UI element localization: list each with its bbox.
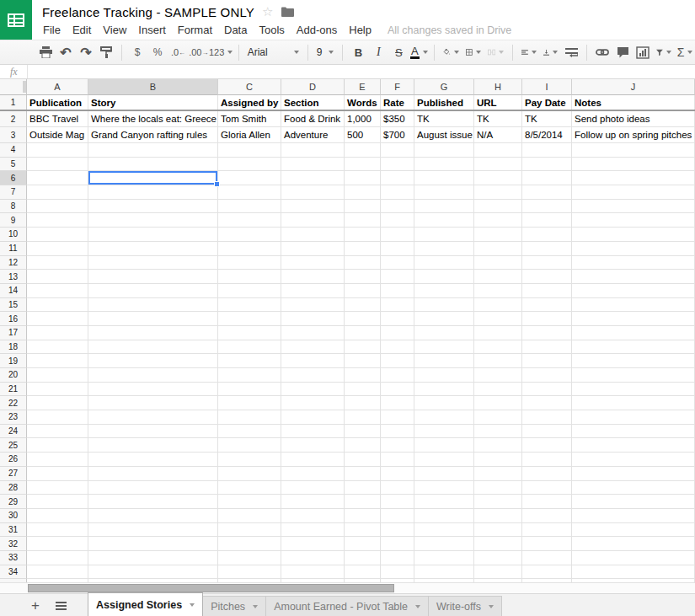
cell-C9[interactable] — [218, 213, 281, 228]
cell-C26[interactable] — [218, 453, 281, 467]
row-header-11[interactable]: 11 — [0, 242, 27, 256]
cell-H2[interactable]: TK — [474, 111, 522, 127]
row-header-7[interactable]: 7 — [0, 185, 27, 200]
row-header-34[interactable]: 34 — [0, 565, 27, 580]
row-header-8[interactable]: 8 — [0, 200, 27, 214]
folder-icon[interactable] — [281, 7, 294, 17]
sheet-tab-write-offs[interactable]: Write-offs — [429, 596, 502, 616]
cell-G5[interactable] — [414, 158, 474, 172]
cell-E2[interactable]: 1,000 — [345, 111, 381, 127]
cell-H17[interactable] — [474, 326, 522, 340]
row-header-29[interactable]: 29 — [0, 495, 27, 509]
cell-H27[interactable] — [474, 467, 522, 481]
cell-E21[interactable] — [345, 383, 381, 397]
cell-G13[interactable] — [414, 270, 474, 284]
cell-I22[interactable] — [522, 396, 572, 410]
cell-I20[interactable] — [522, 368, 572, 383]
cell-E22[interactable] — [345, 396, 381, 410]
cell-E16[interactable] — [345, 312, 381, 326]
cell-G20[interactable] — [414, 368, 474, 383]
cell-G21[interactable] — [414, 383, 474, 397]
cell-J30[interactable] — [572, 509, 695, 523]
insert-chart-button[interactable] — [634, 42, 652, 62]
cell-F32[interactable] — [381, 537, 414, 551]
cell-G6[interactable] — [414, 171, 474, 185]
cell-C22[interactable] — [218, 396, 281, 410]
cell-A16[interactable] — [27, 312, 88, 326]
menu-file[interactable]: File — [37, 22, 67, 38]
cell-C25[interactable] — [218, 438, 281, 453]
row-header-20[interactable]: 20 — [0, 368, 27, 383]
cell-H11[interactable] — [474, 242, 522, 256]
cell-B31[interactable] — [88, 523, 218, 538]
cell-I6[interactable] — [522, 171, 572, 185]
cell-G14[interactable] — [414, 284, 474, 298]
horizontal-align-button[interactable] — [519, 42, 539, 62]
cell-F9[interactable] — [381, 213, 414, 228]
cell-F21[interactable] — [381, 383, 414, 397]
cell-F19[interactable] — [381, 354, 414, 368]
cell-B6[interactable] — [88, 171, 218, 185]
redo-button[interactable]: ↷ — [77, 42, 95, 62]
column-header-c[interactable]: C — [218, 79, 281, 95]
cell-J18[interactable] — [572, 340, 695, 355]
cell-I3[interactable]: 8/5/2014 — [522, 127, 572, 143]
cell-J34[interactable] — [572, 565, 695, 580]
cell-H3[interactable]: N/A — [474, 127, 522, 143]
cell-H22[interactable] — [474, 396, 522, 410]
format-currency-button[interactable]: $ — [128, 42, 147, 62]
cell-I28[interactable] — [522, 481, 572, 495]
cell-A19[interactable] — [27, 354, 88, 368]
cell-A10[interactable] — [27, 228, 88, 242]
cell-I25[interactable] — [522, 438, 572, 453]
cell-H18[interactable] — [474, 340, 522, 355]
cell-H1[interactable]: URL — [474, 95, 522, 110]
cell-F17[interactable] — [381, 326, 414, 340]
cell-F24[interactable] — [381, 425, 414, 439]
cell-A8[interactable] — [27, 200, 88, 214]
menu-data[interactable]: Data — [218, 22, 253, 38]
cell-B5[interactable] — [88, 158, 218, 172]
cell-I32[interactable] — [522, 537, 572, 551]
row-header-31[interactable]: 31 — [0, 523, 27, 538]
cell-E1[interactable]: Words — [345, 95, 381, 110]
cell-J13[interactable] — [572, 270, 695, 284]
chevron-down-icon[interactable] — [190, 603, 195, 607]
cell-H25[interactable] — [474, 438, 522, 453]
cell-D27[interactable] — [281, 467, 345, 481]
cell-C24[interactable] — [218, 425, 281, 439]
cell-F5[interactable] — [381, 158, 414, 172]
cell-F13[interactable] — [381, 270, 414, 284]
cell-C33[interactable] — [218, 551, 281, 565]
format-percent-button[interactable]: % — [148, 42, 167, 62]
menu-view[interactable]: View — [97, 22, 132, 38]
cell-C23[interactable] — [218, 410, 281, 425]
row-header-16[interactable]: 16 — [0, 312, 27, 326]
cell-C8[interactable] — [218, 200, 281, 214]
cell-F2[interactable]: $350 — [381, 111, 414, 127]
insert-comment-button[interactable] — [613, 42, 632, 62]
cell-H31[interactable] — [474, 523, 522, 538]
cell-H12[interactable] — [474, 256, 522, 271]
row-header-15[interactable]: 15 — [0, 298, 27, 313]
cell-I9[interactable] — [522, 213, 572, 228]
row-header-33[interactable]: 33 — [0, 551, 27, 565]
cell-C30[interactable] — [218, 509, 281, 523]
cell-C21[interactable] — [218, 383, 281, 397]
cell-J27[interactable] — [572, 467, 695, 481]
cell-I27[interactable] — [522, 467, 572, 481]
text-color-button[interactable]: A — [409, 42, 428, 62]
cell-E18[interactable] — [345, 340, 381, 355]
cell-H21[interactable] — [474, 383, 522, 397]
fill-color-button[interactable] — [441, 42, 462, 62]
cell-F11[interactable] — [381, 242, 414, 256]
cell-J26[interactable] — [572, 453, 695, 467]
row-header-27[interactable]: 27 — [0, 467, 27, 481]
row-header-9[interactable]: 9 — [0, 213, 27, 228]
cell-C20[interactable] — [218, 368, 281, 383]
borders-button[interactable] — [463, 42, 484, 62]
cell-G9[interactable] — [414, 213, 474, 228]
font-size-dropdown[interactable]: 9 — [314, 42, 337, 62]
cell-F12[interactable] — [381, 256, 414, 271]
cell-A18[interactable] — [27, 340, 88, 355]
